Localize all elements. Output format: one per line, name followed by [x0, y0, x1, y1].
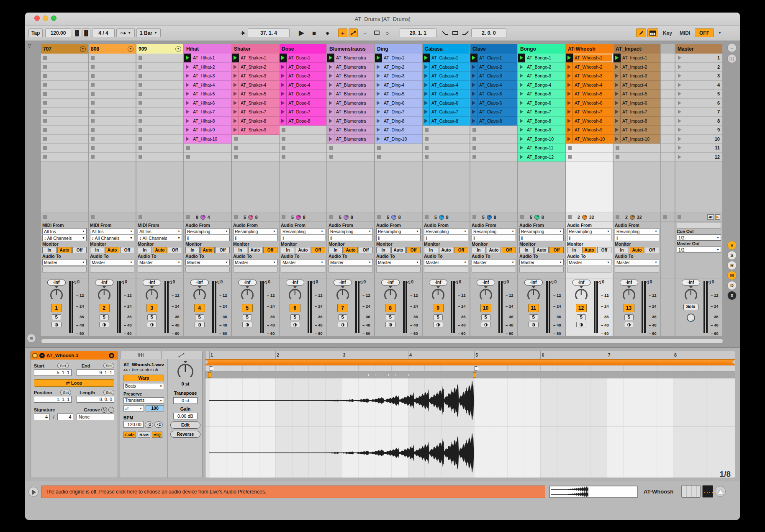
clip-stop-button[interactable]	[43, 74, 47, 78]
clip-launch-button[interactable]	[518, 81, 525, 90]
clip[interactable]: AT_Ding-5	[375, 90, 422, 98]
track-volume-field[interactable]: -Inf	[429, 280, 447, 285]
mixer-section-toggle-icon[interactable]: |||	[727, 54, 737, 63]
stop-all-clips-square[interactable]	[377, 215, 381, 219]
clip-slot[interactable]: AT_Cabasa-6	[423, 99, 470, 108]
clip-slot[interactable]: AT_Cabasa-2	[423, 63, 470, 72]
empty-clip-slot[interactable]	[470, 144, 517, 153]
empty-clip-slot[interactable]	[89, 63, 136, 72]
clip-slot[interactable]: AT_Dose-2	[280, 63, 326, 72]
arm-button[interactable]	[290, 322, 300, 327]
track-activator-button[interactable]: 6	[290, 304, 300, 312]
clip-launch-button[interactable]	[375, 135, 382, 144]
clip-launch-button[interactable]	[375, 108, 382, 116]
clip[interactable]: AT_Bongo-7	[518, 108, 565, 116]
monitor-auto-button[interactable]: Auto	[534, 247, 549, 253]
clip[interactable]: AT_Blumenstra	[327, 108, 374, 116]
input-channel-select[interactable]: ↕ All Channels▼	[90, 235, 134, 241]
monitor-off-button[interactable]: Off	[168, 247, 182, 253]
scene-launch-button[interactable]	[678, 146, 681, 150]
clip-slot[interactable]: AT_Hihat-2	[184, 63, 231, 72]
clip[interactable]: AT_Ding-1	[375, 54, 422, 62]
monitor-auto-button[interactable]: Auto	[248, 247, 262, 253]
arm-button[interactable]	[481, 322, 491, 327]
arm-button[interactable]	[576, 322, 586, 327]
clip[interactable]: AT_Hihat-6	[184, 99, 231, 108]
clip[interactable]: AT_Shaker-5	[232, 90, 279, 98]
track-activator-button[interactable]: 5	[242, 304, 253, 312]
output-select[interactable]: Master▼	[185, 259, 230, 265]
clip-stop-button[interactable]	[139, 155, 142, 159]
stop-all-clips-square[interactable]	[186, 215, 190, 219]
waveform-area[interactable]: 1/8	[205, 378, 735, 478]
scene-row[interactable]: 8	[675, 117, 722, 126]
pan-knob[interactable]	[289, 289, 301, 301]
clip-stop-button[interactable]	[139, 101, 142, 105]
clip-launch-button[interactable]	[375, 81, 382, 90]
empty-clip-slot[interactable]	[375, 144, 422, 153]
clip-stop-button[interactable]	[377, 146, 381, 150]
clip[interactable]: AT_Blumenstra	[327, 63, 374, 72]
clip-launch-button[interactable]	[614, 135, 621, 144]
clip-launch-button[interactable]	[614, 63, 621, 72]
empty-clip-slot[interactable]	[136, 81, 183, 90]
clip-slot[interactable]: AT_Shaker-5	[232, 90, 279, 99]
clip-launch-button[interactable]	[375, 90, 382, 98]
crossfader-assign-button[interactable]	[687, 314, 695, 322]
clip[interactable]: AT_Ding-9	[375, 126, 422, 134]
clip-slot[interactable]: AT_Hihat-1	[184, 54, 231, 63]
clip-slot[interactable]: AT_Bongo-4	[518, 81, 565, 90]
monitor-in-button[interactable]: In	[567, 247, 581, 253]
clip[interactable]: AT_Clave-8	[470, 117, 517, 126]
clip-overview-toggle-icon[interactable]: ≋	[27, 334, 36, 343]
monitor-auto-button[interactable]: Auto	[487, 247, 501, 253]
clip[interactable]: AT_Whoosh-4	[566, 81, 613, 90]
clip-slot[interactable]: AT_Shaker-7	[232, 108, 279, 117]
loop-start-field[interactable]: 20. 1. 1	[400, 28, 436, 37]
pan-knob[interactable]	[146, 289, 158, 301]
clip-launch-button[interactable]	[184, 63, 191, 72]
clip-launch-button[interactable]	[470, 99, 477, 108]
scene-launch-button[interactable]	[678, 56, 681, 60]
clip[interactable]: AT_Cabasa-5	[423, 90, 470, 98]
monitor-off-button[interactable]: Off	[72, 247, 87, 253]
envelopes-tab[interactable]	[161, 351, 202, 359]
clip-slot[interactable]: AT_Hihat-7	[184, 108, 231, 117]
track-header[interactable]: Hihat	[184, 44, 231, 54]
monitor-off-button[interactable]: Off	[216, 247, 230, 253]
loop-toggle-button[interactable]: ⇄ Loop	[34, 379, 114, 387]
monitor-in-button[interactable]: In	[519, 247, 534, 253]
clip[interactable]: AT_Cabasa-4	[423, 81, 470, 90]
clip-launch-button[interactable]	[614, 81, 621, 90]
empty-clip-slot[interactable]	[136, 108, 183, 117]
clip-stop-button[interactable]	[43, 65, 47, 69]
clip[interactable]: AT_Impact-5	[614, 90, 660, 98]
clip[interactable]: AT_Bongo-10	[518, 135, 565, 144]
clip-stop-button[interactable]	[282, 128, 285, 132]
reverse-sample-button[interactable]: Reverse	[170, 431, 200, 438]
time-signature-field[interactable]: 4 / 4	[92, 28, 115, 37]
transient-loop-mode-select[interactable]: ⇄▼	[123, 405, 144, 411]
clip[interactable]: AT_Hihat-9	[184, 126, 231, 134]
warp-marker-strip[interactable]	[205, 372, 735, 378]
output-channel-chooser[interactable]	[233, 267, 277, 272]
pan-knob[interactable]	[98, 289, 110, 301]
clip-launch-button[interactable]	[232, 63, 239, 72]
monitor-in-button[interactable]: In	[138, 247, 152, 253]
clip[interactable]: AT_Bongo-3	[518, 72, 565, 80]
commit-groove-icon[interactable]: ↻	[101, 407, 107, 413]
monitor-off-button[interactable]: Off	[263, 247, 277, 253]
monitor-auto-button[interactable]: Auto	[630, 247, 644, 253]
monitor-in-button[interactable]: In	[615, 247, 629, 253]
clip[interactable]: AT_Ding-8	[375, 117, 422, 126]
set-length-button[interactable]: Set	[103, 390, 114, 395]
empty-clip-slot[interactable]	[184, 153, 231, 162]
clip-stop-button[interactable]	[43, 101, 47, 105]
clip-slot[interactable]: AT_Ding-5	[375, 90, 422, 99]
empty-clip-slot[interactable]	[136, 72, 183, 81]
play-button[interactable]: ▶	[296, 28, 307, 37]
clip-slot[interactable]: AT_Bongo-6	[518, 99, 565, 108]
cue-solo-button[interactable]: Solo	[683, 304, 698, 310]
clip-slot[interactable]: AT_Bongo-9	[518, 126, 565, 135]
transient-envelope-field[interactable]: 100	[146, 405, 164, 411]
